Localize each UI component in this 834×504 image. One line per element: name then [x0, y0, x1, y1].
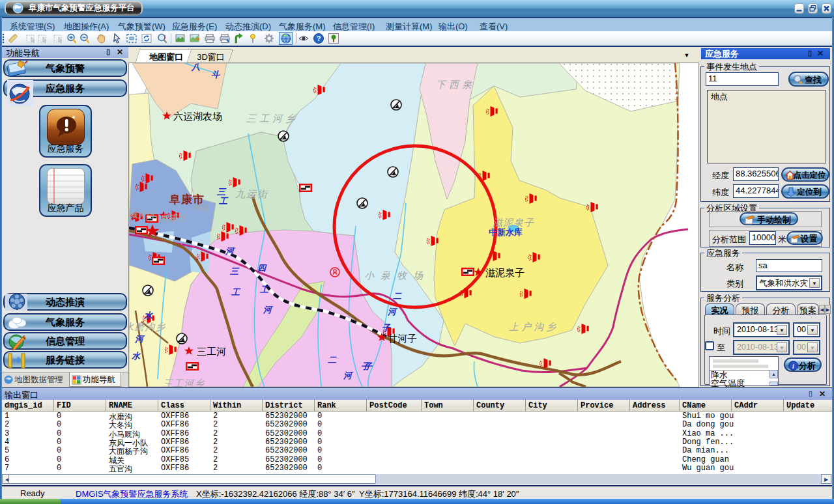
- svg-text:工: 工: [218, 196, 229, 206]
- svg-text:四: 四: [257, 263, 267, 273]
- svg-text:三: 三: [216, 187, 227, 197]
- svg-text:水: 水: [143, 311, 153, 320]
- svg-text:阜康市: 阜康市: [169, 193, 205, 206]
- svg-text:工: 工: [231, 287, 241, 297]
- svg-text:滋泥泉子: 滋泥泉子: [493, 217, 534, 228]
- svg-text:城关镇: 城关镇: [129, 210, 156, 219]
- svg-text:子: 子: [382, 323, 391, 333]
- svg-text:三: 三: [229, 266, 240, 276]
- svg-text:下西泉: 下西泉: [436, 79, 475, 90]
- svg-text:工: 工: [259, 285, 270, 294]
- svg-text:甘河子: 甘河子: [388, 333, 417, 344]
- svg-text:二: 二: [327, 355, 337, 365]
- svg-text:i: i: [792, 363, 794, 370]
- svg-text:斗: 斗: [211, 70, 220, 79]
- svg-text:八: 八: [191, 63, 200, 72]
- svg-text:三工河乡: 三工河乡: [246, 113, 298, 124]
- svg-text:阜康市: 阜康市: [159, 213, 188, 223]
- svg-text:九运街: 九运街: [235, 188, 268, 199]
- svg-text:滋泥泉子: 滋泥泉子: [485, 267, 525, 278]
- svg-text:上户沟乡: 上户沟乡: [509, 321, 558, 332]
- svg-text:子: 子: [361, 361, 370, 371]
- svg-text:水: 水: [131, 351, 141, 361]
- svg-text:小泉牧场: 小泉牧场: [364, 270, 429, 281]
- svg-text:六运湖农场: 六运湖农场: [173, 111, 222, 122]
- svg-text:中新水库: 中新水库: [489, 227, 523, 237]
- svg-text:?: ?: [317, 35, 321, 42]
- svg-text:水磨沟乡: 水磨沟乡: [129, 321, 165, 332]
- svg-text:三工河乡: 三工河乡: [163, 378, 205, 387]
- svg-text:二: 二: [392, 291, 402, 301]
- svg-text:三工河: 三工河: [197, 346, 226, 357]
